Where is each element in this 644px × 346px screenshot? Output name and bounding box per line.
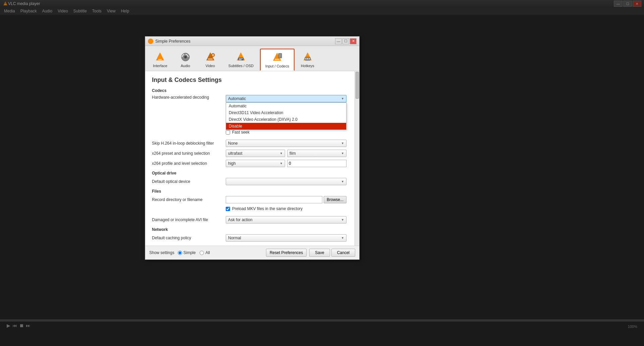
- radio-simple[interactable]: [178, 251, 182, 255]
- tab-audio[interactable]: Audio: [174, 49, 197, 71]
- damaged-avi-arrow: ▼: [341, 218, 344, 221]
- tab-interface-label: Interface: [153, 64, 167, 68]
- preload-mkv-checkbox-label[interactable]: Preload MKV files in the same directory: [232, 206, 303, 211]
- radio-all-label[interactable]: All: [200, 250, 210, 255]
- optical-device-btn[interactable]: ▼: [226, 178, 346, 185]
- fast-seek-checkbox-label[interactable]: Fast seek: [232, 130, 250, 135]
- tab-input-codecs[interactable]: Input / Codecs: [260, 49, 294, 71]
- dialog-close-button[interactable]: ✕: [350, 38, 357, 44]
- optical-group-label: Optical drive: [152, 171, 346, 176]
- skip-h264-label: Skip H.264 in-loop deblocking filter: [152, 141, 226, 146]
- preload-mkv-checkbox-row: Preload MKV files in the same directory: [226, 206, 346, 211]
- dialog-title: Simple Preferences: [155, 39, 334, 44]
- x264-profile-dropdown[interactable]: high ▼: [226, 160, 285, 167]
- hw-decoding-dropdown[interactable]: Automatic ▼ Automatic Direct3D11 Video A…: [226, 95, 346, 102]
- scrollbar-thumb[interactable]: [356, 72, 359, 99]
- tab-video[interactable]: Video: [199, 49, 222, 71]
- cancel-button[interactable]: Cancel: [331, 249, 355, 257]
- dialog-titlebar: Simple Preferences — ☐ ✕: [145, 37, 359, 46]
- radio-simple-text: Simple: [183, 250, 196, 255]
- tab-input-codecs-label: Input / Codecs: [265, 64, 289, 68]
- content-inner: Input & Codecs Settings Codecs Hardware-…: [152, 77, 346, 242]
- skip-h264-value: None: [228, 141, 238, 146]
- hw-decoding-dropdown-btn[interactable]: Automatic ▼: [226, 95, 346, 102]
- preload-mkv-row: Preload MKV files in the same directory: [152, 206, 346, 214]
- skip-h264-row: Skip H.264 in-loop deblocking filter Non…: [152, 139, 346, 147]
- radio-simple-label[interactable]: Simple: [178, 250, 196, 255]
- tab-hotkeys[interactable]: Hotkeys: [296, 49, 319, 71]
- hw-decoding-menu: Automatic Direct3D11 Video Acceleration …: [226, 102, 346, 130]
- video-icon: [204, 51, 216, 63]
- damaged-avi-btn[interactable]: Ask for action ▼: [226, 216, 346, 224]
- preload-mkv-control: Preload MKV files in the same directory: [226, 206, 346, 213]
- preload-mkv-checkbox[interactable]: [226, 207, 230, 211]
- dialog-maximize-button[interactable]: ☐: [342, 38, 349, 44]
- record-dir-control: Browse...: [226, 196, 346, 203]
- option-d3d11[interactable]: Direct3D11 Video Acceleration: [226, 109, 346, 116]
- tab-subtitles[interactable]: Subtitles / OSD: [223, 49, 259, 71]
- x264-preset-btn1[interactable]: ultrafast ▼: [226, 150, 285, 157]
- damaged-avi-value: Ask for action: [228, 217, 253, 222]
- svg-point-5: [184, 56, 187, 58]
- optical-device-arrow: ▼: [341, 180, 344, 183]
- x264-preset-val2: film: [289, 151, 296, 156]
- optical-device-dropdown[interactable]: ▼: [226, 178, 346, 185]
- x264-preset-dropdown1[interactable]: ultrafast ▼: [226, 150, 285, 157]
- tab-subtitles-label: Subtitles / OSD: [228, 64, 254, 68]
- radio-all-text: All: [205, 250, 210, 255]
- radio-all[interactable]: [200, 251, 204, 255]
- option-dxva2[interactable]: DirectX Video Acceleration (DXVA) 2.0: [226, 116, 346, 123]
- record-dir-row: Record directory or filename Browse...: [152, 196, 346, 204]
- dialog-footer: Show settings Simple All Reset Preferenc…: [145, 246, 359, 259]
- caching-arrow: ▼: [341, 236, 344, 240]
- x264-profile-btn[interactable]: high ▼: [226, 160, 285, 167]
- hw-decoding-value: Automatic: [228, 96, 246, 101]
- codecs-group-label: Codecs: [152, 88, 346, 93]
- caching-row: Default caching policy Normal ▼: [152, 234, 346, 242]
- category-tabs: Interface Audio: [145, 46, 359, 71]
- caching-dropdown[interactable]: Normal ▼: [226, 234, 346, 242]
- reset-preferences-button[interactable]: Reset Preferences: [266, 249, 307, 257]
- save-button[interactable]: Save: [309, 249, 330, 257]
- tab-video-label: Video: [206, 64, 215, 68]
- hw-decoding-control: Automatic ▼ Automatic Direct3D11 Video A…: [226, 95, 346, 102]
- x264-preset-arrow2: ▼: [341, 152, 344, 155]
- x264-preset-label: x264 preset and tuning selection: [152, 151, 226, 156]
- skip-h264-dropdown[interactable]: None ▼: [226, 140, 346, 147]
- fast-seek-checkbox[interactable]: [226, 130, 230, 135]
- damaged-avi-dropdown[interactable]: Ask for action ▼: [226, 216, 346, 224]
- svg-rect-16: [275, 59, 279, 60]
- tab-hotkeys-label: Hotkeys: [301, 64, 314, 68]
- x264-level-input[interactable]: [287, 160, 346, 167]
- damaged-avi-label: Damaged or incomplete AVI file: [152, 217, 226, 222]
- x264-preset-dropdown2[interactable]: film ▼: [287, 150, 346, 157]
- skip-h264-control: None ▼: [226, 140, 346, 147]
- x264-profile-label: x264 profile and level selection: [152, 161, 226, 166]
- tab-interface[interactable]: Interface: [148, 49, 172, 71]
- caching-btn[interactable]: Normal ▼: [226, 234, 346, 242]
- hw-decoding-label: Hardware-accelerated decoding: [152, 95, 226, 100]
- option-disable[interactable]: Disable: [226, 123, 346, 130]
- optical-device-control: ▼: [226, 178, 346, 185]
- optical-device-row: Default optical device ▼: [152, 178, 346, 186]
- audio-icon: [179, 51, 192, 63]
- x264-profile-twocol: high ▼: [226, 160, 346, 167]
- svg-rect-3: [158, 59, 162, 60]
- scrollbar-track[interactable]: [355, 71, 359, 246]
- x264-preset-btn2[interactable]: film ▼: [287, 150, 346, 157]
- fast-seek-row: Fast seek: [152, 129, 346, 137]
- tab-audio-label: Audio: [181, 64, 190, 68]
- x264-preset-val1: ultrafast: [228, 151, 243, 156]
- optical-device-label: Default optical device: [152, 179, 226, 184]
- record-dir-input[interactable]: [226, 196, 322, 203]
- browse-button[interactable]: Browse...: [324, 196, 346, 203]
- caching-value: Normal: [228, 236, 241, 240]
- files-group-label: Files: [152, 189, 346, 194]
- damaged-avi-control: Ask for action ▼: [226, 216, 346, 224]
- fast-seek-checkbox-row: Fast seek: [226, 130, 346, 135]
- record-dir-label: Record directory or filename: [152, 197, 226, 202]
- skip-h264-btn[interactable]: None ▼: [226, 140, 346, 147]
- option-automatic[interactable]: Automatic: [226, 103, 346, 109]
- hw-decoding-arrow: ▼: [341, 97, 344, 100]
- dialog-minimize-button[interactable]: —: [335, 38, 342, 44]
